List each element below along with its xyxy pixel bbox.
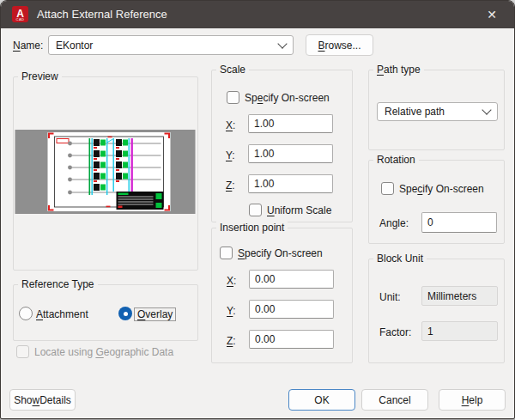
name-combobox[interactable]: EKontor [48,35,294,55]
name-combobox-value: EKontor [56,40,93,52]
rotation-group: Rotation Specify On-screen Angle: [368,160,505,244]
scale-z-label: Z: [226,180,235,192]
uniform-scale-label: Uniform Scale [267,204,331,216]
path-type-combobox[interactable]: Relative path [377,102,498,121]
preview-group: Preview [13,76,198,271]
unit-value-field [421,286,498,306]
scale-x-input[interactable] [248,114,333,133]
preview-group-label: Preview [18,70,62,82]
cancel-button[interactable]: Cancel [361,389,428,411]
scale-group-label: Scale [216,64,249,76]
chevron-down-icon [482,105,491,114]
block-unit-group: Block Unit Unit: Factor: [368,259,505,363]
autocad-app-icon: A CAD [12,6,28,22]
insertion-specify-onscreen-label: Specify On-screen [238,247,323,259]
browse-button[interactable]: Browse... [306,34,373,56]
insertion-y-label: Y: [227,305,236,317]
ok-button[interactable]: OK [288,389,355,411]
scale-specify-onscreen-label: Specify On-screen [245,92,330,104]
angle-input[interactable] [421,212,497,233]
show-details-button[interactable]: Show Details [9,389,76,411]
window-title: Attach External Reference [37,1,167,28]
scale-y-input[interactable] [248,144,333,163]
rotation-group-label: Rotation [373,154,419,166]
uniform-scale-checkbox[interactable] [249,204,262,216]
insertion-z-input[interactable] [249,330,334,349]
scale-group: Scale Specify On-screen X: Y: Z: Uniform… [211,70,353,222]
insertion-point-group: Insertion point Specify On-screen X: Y: … [211,228,353,363]
attachment-radio-label[interactable]: Attachment [36,308,88,320]
rotation-specify-onscreen-checkbox[interactable] [381,182,394,195]
scale-specify-onscreen-checkbox[interactable] [227,91,239,104]
locate-geographic-data-checkbox [16,345,29,358]
insertion-specify-onscreen-checkbox[interactable] [220,247,233,259]
chevron-down-icon [277,39,287,48]
insertion-point-group-label: Insertion point [216,222,288,234]
factor-value-field [421,321,498,341]
insertion-x-input[interactable] [249,270,334,289]
scale-x-label: X: [226,119,235,131]
overlay-radio-label[interactable]: Overlay [134,307,176,321]
scale-z-input[interactable] [248,174,333,193]
overlay-radio[interactable] [118,307,132,320]
insertion-z-label: Z: [227,335,236,347]
reference-type-group-label: Reference Type [18,278,98,290]
scale-y-label: Y: [226,149,235,161]
unit-label: Unit: [379,291,401,303]
block-unit-group-label: Block Unit [373,253,427,265]
locate-geographic-data-label: Locate using Geographic Data [34,346,173,358]
factor-label: Factor: [379,326,411,338]
attach-external-reference-dialog: A CAD Attach External Reference ✕ Name: … [0,0,515,419]
titlebar: A CAD Attach External Reference ✕ [1,1,514,28]
path-type-group: Path type Relative path [368,70,505,150]
path-type-combobox-value: Relative path [385,106,445,118]
help-button[interactable]: Help [439,389,506,411]
reference-type-group: Reference Type Attachment Overlay [13,284,198,341]
insertion-x-label: X: [227,275,236,287]
autocad-icon-sub: CAD [16,18,25,21]
name-label: Name: [13,40,43,52]
attachment-radio[interactable] [19,307,33,320]
path-type-group-label: Path type [373,64,424,76]
close-icon[interactable]: ✕ [480,4,504,25]
insertion-y-input[interactable] [249,300,334,319]
angle-label: Angle: [379,217,409,229]
rotation-specify-onscreen-label: Specify On-screen [399,183,484,195]
preview-thumbnail [15,130,196,214]
